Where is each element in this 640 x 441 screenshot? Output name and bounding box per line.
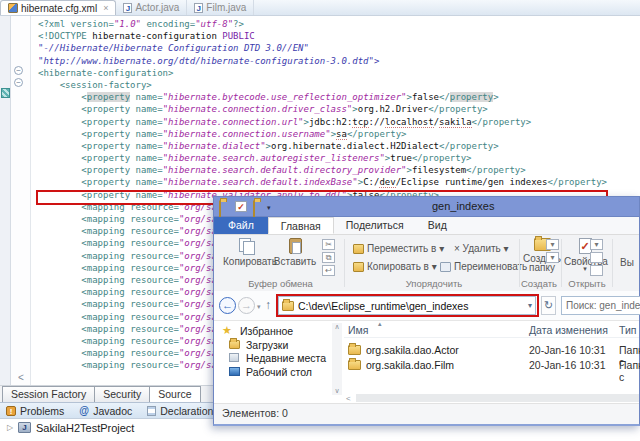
code-line: "-//Hibernate/Hibernate Configuration DT… — [38, 42, 640, 54]
window-title: gen_indexes — [432, 200, 494, 212]
up-button[interactable]: ↑ — [265, 298, 271, 312]
file-name: org.sakila.dao.Actor — [366, 344, 459, 356]
search-input[interactable]: Поиск: gen_indexes — [561, 296, 640, 315]
address-path: C:\dev\Eclipse_runtime\gen_indexes — [298, 300, 468, 312]
javadoc-icon: @ — [79, 406, 89, 416]
code-line: <?xml version="1.0" encoding="utf-8"?> — [38, 18, 640, 30]
editor-tab-Film.java[interactable]: JFilm.java — [187, 0, 254, 15]
code-line: <property name="hibernate.connection.url… — [38, 116, 640, 128]
code-line: "http://www.hibernate.org/dtd/hibernate-… — [38, 55, 640, 67]
nav-item-label: Избранное — [240, 325, 293, 337]
group-label-create: Создать — [514, 278, 564, 289]
scroll-left-arrow[interactable]: < — [346, 394, 351, 403]
star-icon: ★ — [222, 324, 232, 337]
file-row[interactable]: org.sakila.dao.Film20-Jan-16 10:31Папка … — [344, 358, 639, 373]
copy-button[interactable]: Копировать — [223, 238, 271, 267]
nav-item-label: Загрузки — [246, 339, 288, 351]
edit-button[interactable] — [590, 252, 603, 263]
rename-button[interactable]: Переименовать — [440, 261, 527, 272]
column-header-Тип[interactable]: Тип — [619, 324, 637, 336]
navigation-pane: ★ИзбранноеЗагрузкиНедавние местаРабочий … — [222, 325, 330, 379]
ribbon-separator — [344, 239, 345, 287]
view-tab-declaration[interactable]: Declaration — [147, 405, 213, 417]
column-header-Имя[interactable]: Имя — [348, 324, 368, 336]
java-file-icon: J — [194, 3, 203, 13]
paste-button[interactable]: Вставить — [273, 238, 317, 267]
project-tree-item[interactable]: SakilaH2TestProject — [36, 422, 134, 434]
folder-icon — [348, 360, 361, 370]
scroll-down-arrow[interactable]: ∨ — [332, 387, 342, 395]
code-line: <property name="hibernate.search.autoreg… — [38, 152, 640, 164]
move-to-icon — [353, 244, 364, 254]
paste-icon — [289, 238, 302, 254]
tab-label: Actor.java — [135, 2, 179, 13]
view-tab-javadoc[interactable]: @Javadoc — [79, 405, 132, 417]
forward-button[interactable]: → — [238, 297, 255, 314]
recent-locations-dropdown[interactable]: ▾ — [257, 303, 261, 311]
editor-hscroll-left-arrow[interactable]: < — [14, 372, 28, 383]
paste-shortcut-button[interactable]: ↩ — [322, 265, 335, 276]
code-line: <!DOCTYPE hibernate-configuration PUBLIC — [38, 30, 640, 42]
scroll-track[interactable] — [356, 394, 639, 402]
ribbon-separator — [612, 239, 613, 287]
copy-to-button[interactable]: Копировать в ▾ — [353, 261, 437, 272]
rename-icon — [440, 262, 451, 272]
recent-icon — [229, 353, 239, 362]
cut-button[interactable]: ✂ — [322, 239, 335, 250]
new-item-button[interactable]: ▾ — [546, 239, 559, 250]
ribbon-tab-Файл[interactable]: Файл — [214, 217, 268, 234]
file-date: 20-Jan-16 10:31 — [529, 344, 605, 356]
refresh-button[interactable]: ↻ — [541, 296, 556, 315]
problems-icon: ! — [6, 406, 16, 416]
file-name: org.sakila.dao.Film — [366, 359, 454, 371]
nav-item-recent[interactable]: Недавние места — [222, 352, 330, 366]
declaration-icon — [147, 406, 156, 416]
ribbon: Копировать Вставить ✂ ⧉ ↩ Буфер обмена П… — [214, 235, 639, 291]
clipboard-small-buttons: ✂ ⧉ ↩ — [322, 239, 335, 276]
desktop-icon — [229, 367, 240, 376]
move-to-button[interactable]: Переместить в ▾ — [353, 243, 444, 254]
ribbon-tab-bar: ФайлГлавнаяПоделитьсяВид — [214, 217, 639, 235]
group-label-open: Открыть — [563, 278, 611, 289]
editor-tab-hibernate.cfg.xml[interactable]: hibernate.cfg.xml× — [0, 0, 116, 15]
editor-tab-Actor.java[interactable]: JActor.java — [116, 0, 187, 15]
tree-expander-icon[interactable]: ▷ — [7, 423, 13, 432]
file-list-hscroll[interactable]: < — [344, 393, 639, 403]
copy-icon — [239, 238, 255, 254]
back-button[interactable]: ← — [219, 297, 236, 314]
column-header-Дата изменения[interactable]: Дата изменения — [529, 324, 608, 336]
code-line: <property name="hibernate.dialect">org.h… — [38, 140, 640, 152]
xml-file-icon — [8, 3, 18, 13]
address-dropdown-icon[interactable]: ▾ — [528, 301, 532, 310]
easy-access-button[interactable]: ▾ — [546, 252, 559, 263]
close-icon[interactable]: × — [103, 3, 108, 13]
file-row[interactable]: org.sakila.dao.Actor20-Jan-16 10:31Папка… — [344, 343, 639, 358]
explorer-titlebar[interactable]: ✓ ▾ gen_indexes — [214, 197, 639, 217]
view-tab-problems[interactable]: !Problems — [6, 405, 64, 417]
ribbon-tab-Вид[interactable]: Вид — [416, 217, 459, 234]
scroll-up-arrow[interactable]: ∧ — [332, 323, 342, 331]
copy-path-button[interactable]: ⧉ — [322, 252, 335, 263]
qat-properties-icon[interactable]: ✓ — [235, 201, 247, 212]
downloads-icon — [229, 340, 240, 349]
nav-item-label: Рабочий стол — [246, 366, 312, 378]
nav-item-downloads[interactable]: Загрузки — [222, 339, 330, 353]
page-tab-security[interactable]: Security — [94, 386, 150, 402]
open-button[interactable]: ▾ — [590, 239, 603, 250]
page-tab-source[interactable]: Source — [149, 386, 200, 402]
status-bar: Элементов: 0 — [214, 403, 639, 424]
delete-button[interactable]: × Удалить ▾ — [440, 243, 509, 254]
nav-scrollbar[interactable]: ∧ ∨ — [332, 323, 342, 395]
group-label-clipboard: Буфер обмена — [223, 278, 338, 289]
qat-dropdown-icon[interactable]: ▾ — [267, 204, 279, 215]
address-input[interactable]: C:\dev\Eclipse_runtime\gen_indexes ▾ — [278, 296, 536, 315]
history-button[interactable] — [590, 265, 603, 276]
page-tab-session-factory[interactable]: Session Factory — [2, 386, 95, 402]
nav-item-desktop[interactable]: Рабочий стол — [222, 366, 330, 380]
nav-item-star[interactable]: ★Избранное — [222, 325, 330, 339]
ribbon-tab-Главная[interactable]: Главная — [268, 217, 334, 234]
ribbon-tab-Поделиться[interactable]: Поделиться — [334, 217, 416, 234]
code-line: <property name="hibernate.connection.dri… — [38, 103, 640, 115]
code-line: <session-factory> — [38, 79, 640, 91]
tab-label: hibernate.cfg.xml — [21, 3, 97, 14]
